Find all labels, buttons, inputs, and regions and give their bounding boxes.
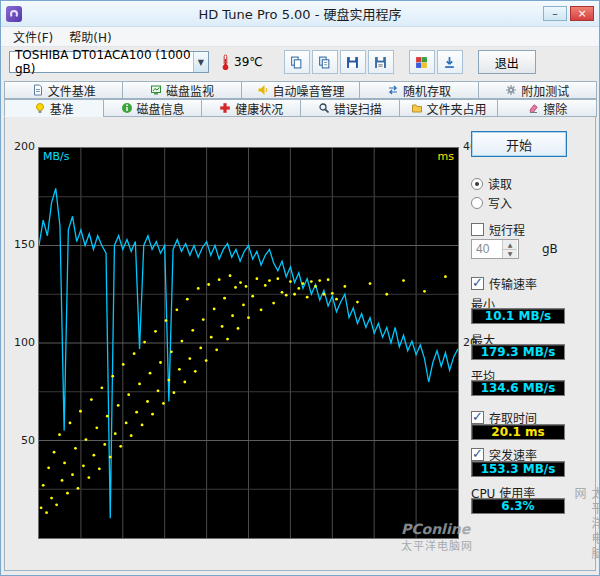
color-options-button[interactable] bbox=[409, 50, 435, 74]
health-cross-icon bbox=[219, 102, 231, 114]
exit-button[interactable]: 退出 bbox=[478, 50, 536, 74]
checkbox-icon[interactable] bbox=[471, 411, 484, 424]
checkbox-icon[interactable] bbox=[471, 277, 484, 290]
tab-label: 文件基准 bbox=[48, 82, 96, 99]
watermark-brand: PConline bbox=[401, 521, 473, 537]
info-icon bbox=[121, 102, 133, 114]
short-stroke-label: 短行程 bbox=[489, 221, 525, 238]
checkbox-icon[interactable] bbox=[471, 223, 484, 236]
magnifier-icon bbox=[318, 102, 330, 114]
tab-label: 健康状况 bbox=[235, 100, 283, 117]
write-radio[interactable]: 写入 bbox=[471, 194, 512, 211]
right-axis-unit: ms bbox=[438, 150, 454, 163]
menu-help[interactable]: 帮助(H) bbox=[61, 26, 119, 47]
access-time-value: 20.1 ms bbox=[471, 424, 565, 440]
radio-icon[interactable] bbox=[471, 178, 483, 190]
tab-row-bottom: 基准 磁盘信息 健康状况 错误扫描 文件夹占用 擦除 bbox=[1, 99, 599, 117]
tab-random-access[interactable]: 随机存取 bbox=[359, 81, 478, 99]
benchmark-chart: 200 150 100 50 MB/s ms 40 20 bbox=[11, 147, 481, 539]
short-stroke-unit-label: gB bbox=[542, 242, 558, 256]
folder-icon bbox=[411, 102, 423, 114]
benchmark-plot: MB/s ms bbox=[38, 147, 459, 539]
tab-label: 错误扫描 bbox=[334, 100, 382, 117]
left-axis-unit: MB/s bbox=[43, 150, 69, 163]
floppy-icon bbox=[346, 56, 359, 69]
left-axis-tick: 200 bbox=[14, 140, 35, 153]
thermometer-icon bbox=[220, 54, 231, 71]
read-radio[interactable]: 读取 bbox=[471, 175, 512, 192]
spin-down-icon[interactable]: ▼ bbox=[503, 249, 517, 259]
save-image-button[interactable] bbox=[340, 50, 366, 74]
gear-icon bbox=[505, 84, 517, 96]
tab-folder-usage[interactable]: 文件夹占用 bbox=[399, 99, 499, 117]
left-axis: 200 150 100 50 bbox=[11, 147, 37, 539]
tab-file-benchmark[interactable]: 文件基准 bbox=[4, 81, 123, 99]
window-title: HD Tune Pro 5.00 - 硬盘实用程序 bbox=[1, 4, 599, 23]
short-stroke-checkbox[interactable]: 短行程 bbox=[471, 221, 525, 238]
tab-label: 自动噪音管理 bbox=[273, 82, 345, 99]
read-radio-label: 读取 bbox=[488, 175, 512, 192]
spin-up-icon[interactable]: ▲ bbox=[503, 240, 517, 249]
close-button[interactable]: × bbox=[570, 6, 594, 21]
copy-icon bbox=[290, 56, 303, 69]
temperature-readout: 39℃ bbox=[218, 52, 269, 73]
tab-label: 附加测试 bbox=[521, 82, 569, 99]
chevron-down-icon[interactable]: ▼ bbox=[193, 52, 208, 72]
export-button[interactable] bbox=[437, 50, 463, 74]
copy-image-button[interactable] bbox=[284, 50, 310, 74]
max-value: 179.3 MB/s bbox=[471, 344, 565, 360]
menubar: 文件(F) 帮助(H) bbox=[1, 27, 599, 47]
burst-rate-value: 153.3 MB/s bbox=[471, 461, 565, 477]
speaker-icon bbox=[257, 84, 269, 96]
min-value: 10.1 MB/s bbox=[471, 308, 565, 324]
tab-label: 擦除 bbox=[543, 100, 567, 117]
random-access-icon bbox=[387, 84, 399, 96]
tab-erase[interactable]: 擦除 bbox=[497, 99, 597, 117]
transfer-rate-checkbox[interactable]: 传输速率 bbox=[471, 275, 537, 292]
toolbar: TOSHIBA DT01ACA100 (1000 gB) ▼ 39℃ bbox=[1, 47, 599, 77]
tab-disk-info[interactable]: 磁盘信息 bbox=[103, 99, 203, 117]
tab-aam[interactable]: 自动噪音管理 bbox=[241, 81, 360, 99]
watermark-site: 太平洋电脑网 bbox=[401, 537, 473, 553]
left-axis-tick: 50 bbox=[21, 434, 35, 447]
floppy-icon bbox=[374, 56, 387, 69]
left-axis-tick: 100 bbox=[14, 336, 35, 349]
temperature-value: 39℃ bbox=[234, 55, 263, 69]
benchmark-tab-page: 200 150 100 50 MB/s ms 40 20 开始 读取 写入 bbox=[4, 117, 596, 571]
left-axis-tick: 150 bbox=[14, 238, 35, 251]
short-stroke-size-input[interactable] bbox=[472, 240, 502, 258]
spinner: ▲ ▼ bbox=[502, 240, 517, 258]
bulb-icon bbox=[34, 102, 46, 114]
save-text-button[interactable] bbox=[368, 50, 394, 74]
drive-select[interactable]: TOSHIBA DT01ACA100 (1000 gB) ▼ bbox=[9, 51, 209, 73]
copy-text-button[interactable] bbox=[312, 50, 338, 74]
avg-value: 134.6 MB/s bbox=[471, 380, 565, 396]
tab-label: 随机存取 bbox=[403, 82, 451, 99]
tab-disk-monitor[interactable]: 磁盘监视 bbox=[122, 81, 241, 99]
titlebar: HD Tune Pro 5.00 - 硬盘实用程序 – × bbox=[1, 1, 599, 27]
start-button[interactable]: 开始 bbox=[471, 131, 567, 157]
short-stroke-size-input-wrap: ▲ ▼ bbox=[471, 239, 519, 259]
tab-health[interactable]: 健康状况 bbox=[201, 99, 301, 117]
menu-file[interactable]: 文件(F) bbox=[5, 26, 61, 47]
tab-error-scan[interactable]: 错误扫描 bbox=[300, 99, 400, 117]
watermark-vertical: 太平洋电脑网 bbox=[571, 487, 600, 570]
eraser-icon bbox=[527, 102, 539, 114]
transfer-rate-label: 传输速率 bbox=[489, 275, 537, 292]
app-window: HD Tune Pro 5.00 - 硬盘实用程序 – × 文件(F) 帮助(H… bbox=[0, 0, 600, 576]
file-benchmark-icon bbox=[32, 84, 44, 96]
minimize-button[interactable]: – bbox=[543, 6, 567, 21]
checkbox-icon[interactable] bbox=[471, 448, 484, 461]
plot-canvas bbox=[39, 148, 458, 538]
tab-label: 磁盘信息 bbox=[137, 100, 185, 117]
palette-icon bbox=[415, 56, 428, 69]
radio-icon[interactable] bbox=[471, 197, 483, 209]
drive-select-value: TOSHIBA DT01ACA100 (1000 gB) bbox=[15, 48, 193, 76]
cpu-usage-value: 6.3% bbox=[471, 498, 565, 514]
tab-benchmark[interactable]: 基准 bbox=[4, 99, 104, 117]
download-arrow-icon bbox=[443, 56, 456, 69]
tab-extra-tests[interactable]: 附加测试 bbox=[478, 81, 597, 99]
short-stroke-size-row: ▲ ▼ gB bbox=[471, 239, 558, 259]
watermark: PConline 太平洋电脑网 bbox=[401, 521, 473, 553]
copy-icon bbox=[318, 56, 331, 69]
